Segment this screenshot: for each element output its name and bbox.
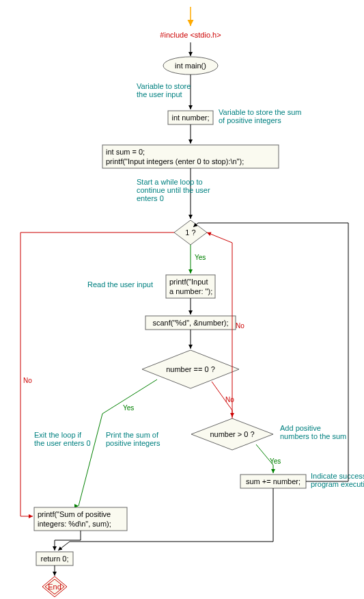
- end-label: End: [48, 583, 61, 591]
- cond-zero-label: number == 0 ?: [166, 365, 215, 373]
- decl-number-label: int number;: [171, 114, 209, 122]
- main-label: int main(): [175, 62, 206, 70]
- comment-while: Start a while loop to continue until the…: [137, 178, 212, 202]
- sum-inc-label: sum += number;: [246, 477, 300, 485]
- no-label: No: [236, 322, 244, 330]
- no-label: No: [23, 377, 32, 384]
- comment-var-sum: Variable to store the sum of positive in…: [219, 108, 304, 124]
- comment-add: Add positive numbers to the sum: [280, 424, 346, 440]
- flowchart-canvas: #include <stdio.h> int main() Variable t…: [0, 0, 364, 599]
- comment-print-sum: Print the sum of positive integers: [106, 431, 160, 447]
- edge: [55, 531, 81, 550]
- edge-no-loop-exit: [20, 232, 174, 516]
- yes-label: Yes: [123, 404, 134, 412]
- no-label: No: [225, 396, 234, 403]
- return-label: return 0;: [41, 555, 69, 563]
- yes-label: Yes: [270, 457, 281, 465]
- cond-positive-label: number > 0 ?: [210, 430, 254, 438]
- cond-one-label: 1 ?: [185, 228, 195, 237]
- comment-read: Read the user input: [87, 280, 153, 289]
- comment-var-input: Variable to store the user input: [137, 82, 193, 98]
- comment-success: Indicate successful program execution: [311, 472, 364, 488]
- comment-exit: Exit the loop if the user enters 0: [34, 431, 91, 447]
- scanf-label: scanf("%d", &number);: [152, 319, 228, 327]
- include-node: #include <stdio.h>: [160, 31, 221, 39]
- yes-label: Yes: [195, 254, 206, 261]
